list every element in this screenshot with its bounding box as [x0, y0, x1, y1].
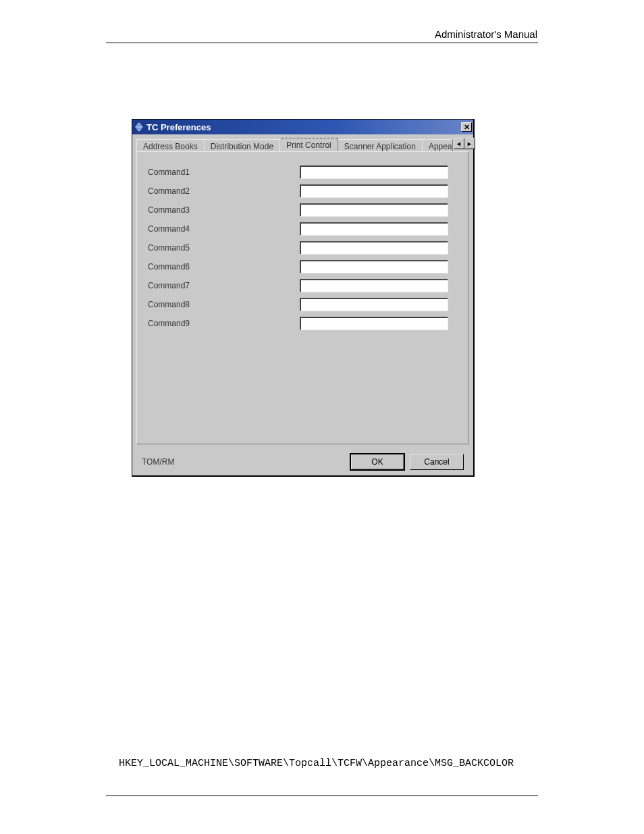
tab-scroll-right[interactable]: ►: [464, 138, 475, 149]
titlebar-title: TC Preferences: [146, 122, 211, 132]
tab-scroll: ◄ ►: [454, 138, 475, 149]
cancel-button[interactable]: Cancel: [410, 454, 464, 470]
row-command9: Command9: [148, 314, 458, 333]
input-command7[interactable]: [300, 279, 448, 292]
label-command1: Command1: [148, 167, 300, 177]
row-command2: Command2: [148, 182, 458, 201]
row-command3: Command3: [148, 201, 458, 219]
tab-panel: Command1 Command2 Command3 Command4 Comm…: [136, 151, 469, 444]
label-command4: Command4: [148, 224, 300, 234]
input-command1[interactable]: [300, 165, 448, 179]
tab-row: Address Books Distribution Mode Print Co…: [132, 134, 473, 151]
label-command7: Command7: [148, 281, 300, 290]
close-icon: ✕: [464, 124, 470, 131]
row-command7: Command7: [148, 276, 458, 295]
chevron-right-icon: ►: [466, 140, 473, 147]
label-command5: Command5: [148, 243, 300, 253]
titlebar: TC Preferences ✕: [132, 120, 473, 134]
registry-path: HKEY_LOCAL_MACHINE\SOFTWARE\Topcall\TCFW…: [119, 758, 514, 769]
label-command2: Command2: [148, 186, 300, 196]
dialog-wrap: TC Preferences ✕ Address Books Distribut…: [132, 119, 475, 477]
row-command6: Command6: [148, 257, 458, 276]
label-command6: Command6: [148, 262, 300, 271]
header-rule: [106, 43, 538, 43]
input-command2[interactable]: [300, 184, 448, 198]
page-header: Administrator's Manual: [435, 28, 537, 40]
footer-rule: [106, 796, 538, 796]
tab-address-books[interactable]: Address Books: [136, 139, 205, 152]
label-command3: Command3: [148, 205, 300, 215]
chevron-left-icon: ◄: [456, 140, 462, 147]
preferences-dialog: TC Preferences ✕ Address Books Distribut…: [132, 119, 475, 477]
close-button[interactable]: ✕: [461, 122, 472, 132]
input-command9[interactable]: [300, 317, 448, 330]
tab-appearance-truncated[interactable]: Appea: [422, 139, 453, 152]
input-command5[interactable]: [300, 241, 448, 255]
label-command9: Command9: [148, 319, 300, 328]
button-row: TOM/RM OK Cancel: [132, 448, 473, 475]
label-command8: Command8: [148, 300, 300, 309]
status-label: TOM/RM: [142, 457, 174, 467]
input-command6[interactable]: [300, 260, 448, 273]
row-command5: Command5: [148, 238, 458, 257]
tab-scroll-left[interactable]: ◄: [454, 138, 464, 149]
tab-print-control[interactable]: Print Control: [279, 138, 338, 151]
row-command8: Command8: [148, 295, 458, 314]
app-icon: [134, 122, 144, 132]
row-command4: Command4: [148, 219, 458, 238]
input-command4[interactable]: [300, 222, 448, 236]
tab-scanner-application[interactable]: Scanner Application: [338, 139, 423, 152]
ok-button[interactable]: OK: [350, 454, 404, 470]
input-command3[interactable]: [300, 203, 448, 217]
row-command1: Command1: [148, 163, 458, 182]
input-command8[interactable]: [300, 298, 448, 311]
tab-distribution-mode[interactable]: Distribution Mode: [204, 139, 280, 152]
